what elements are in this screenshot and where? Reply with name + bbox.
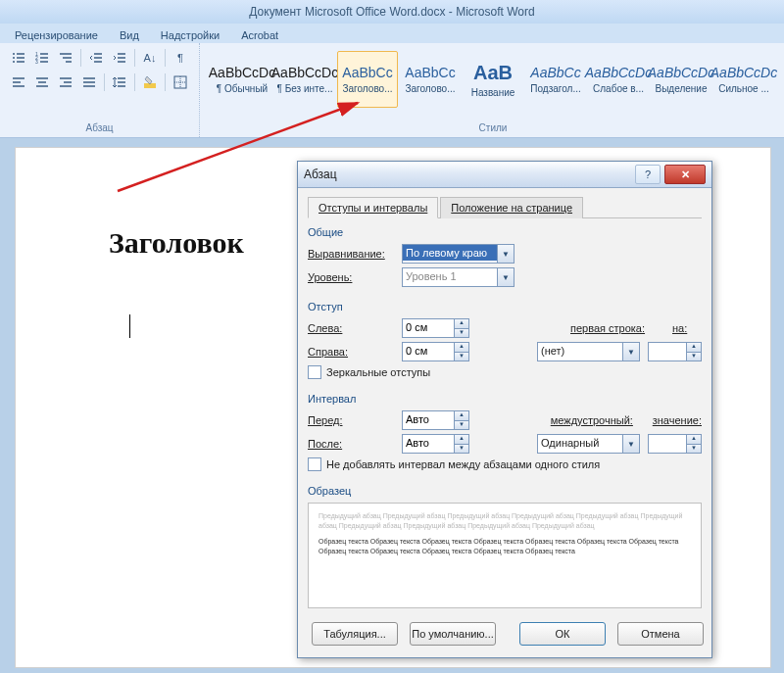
style-preview: AaBbCc — [530, 65, 580, 80]
style-label: Подзагол... — [530, 83, 580, 94]
tab-indents[interactable]: Отступы и интервалы — [308, 197, 438, 218]
style-preview: AaB — [473, 62, 513, 84]
indent-left-spin[interactable]: ▲▼ — [402, 318, 469, 338]
ok-button[interactable]: ОК — [519, 622, 606, 646]
default-button[interactable]: По умолчанию... — [410, 622, 496, 646]
shading-icon[interactable] — [139, 72, 161, 93]
style-item[interactable]: AaBbCcDc¶ Обычный — [212, 51, 272, 108]
bullets-icon[interactable] — [8, 47, 29, 69]
numbering-icon[interactable]: 123 — [31, 47, 53, 69]
value-spin[interactable]: ▲▼ — [648, 434, 702, 454]
ribbon-tab[interactable]: Рецензирование — [15, 27, 98, 43]
preview-box: Предыдущий абзац Предыдущий абзац Предыд… — [308, 503, 702, 608]
level-label: Уровень: — [308, 271, 394, 283]
indent-right-spin[interactable]: ▲▼ — [402, 342, 469, 361]
tab-position[interactable]: Положение на странице — [440, 197, 583, 218]
line-spacing-combo[interactable]: ▼ — [537, 434, 640, 454]
increase-indent-icon[interactable] — [109, 47, 130, 69]
style-item[interactable]: AaBbCcПодзагол... — [525, 51, 586, 108]
multilevel-list-icon[interactable] — [55, 47, 76, 69]
style-item[interactable]: AaBbCcDcСлабое в... — [588, 51, 649, 108]
group-label-styles: Стили — [208, 120, 778, 135]
checkbox-icon — [308, 365, 321, 379]
style-label: Заголово... — [406, 83, 456, 94]
style-label: Сильное ... — [718, 83, 769, 94]
svg-point-0 — [13, 53, 15, 55]
style-item[interactable]: AaBbCcЗаголово... — [400, 51, 461, 108]
decrease-indent-icon[interactable] — [85, 47, 107, 69]
section-sample: Образец — [308, 485, 702, 497]
cancel-button[interactable]: Отмена — [617, 622, 704, 646]
svg-point-2 — [13, 57, 15, 59]
style-preview: AaBbCcDc — [585, 65, 652, 80]
align-left-icon[interactable] — [8, 72, 29, 93]
style-label: ¶ Без инте... — [277, 83, 333, 94]
svg-text:3: 3 — [35, 59, 38, 65]
style-preview: AaBbCc — [405, 65, 455, 80]
level-combo[interactable]: ▼ — [402, 267, 514, 287]
line-spacing-icon[interactable] — [109, 72, 130, 93]
chevron-down-icon[interactable]: ▼ — [622, 435, 639, 453]
indent-on-label: на: — [672, 322, 702, 334]
chevron-down-icon[interactable]: ▼ — [497, 245, 514, 263]
no-add-space-checkbox[interactable]: Не добавлять интервал между абзацами одн… — [308, 457, 702, 471]
align-right-icon[interactable] — [55, 72, 76, 93]
sort-icon[interactable]: A↓ — [139, 47, 161, 69]
show-marks-icon[interactable]: ¶ — [170, 47, 191, 69]
mirror-indents-checkbox[interactable]: Зеркальные отступы — [308, 365, 702, 379]
ribbon: 123 A↓ ¶ — [0, 43, 784, 138]
align-justify-icon[interactable] — [78, 72, 100, 93]
style-preview: AaBbCcDc — [209, 65, 275, 80]
style-item[interactable]: AaBbCcЗаголово... — [337, 51, 398, 108]
dialog-tabs: Отступы и интервалы Положение на страниц… — [308, 196, 702, 218]
align-combo[interactable]: ▼ — [402, 244, 514, 264]
window-title: Документ Microsoft Office Word.docx - Mi… — [0, 5, 784, 19]
indent-left-label: Слева: — [308, 322, 394, 334]
checkbox-icon — [308, 457, 321, 471]
chevron-down-icon[interactable]: ▼ — [497, 268, 514, 286]
align-label: Выравнивание: — [308, 248, 394, 260]
close-button[interactable]: ✕ — [664, 165, 706, 184]
tabs-button[interactable]: Табуляция... — [312, 622, 398, 646]
paragraph-group: 123 A↓ ¶ — [0, 43, 200, 137]
style-item[interactable]: AaBbCcDcСильное ... — [713, 51, 774, 108]
style-label: Слабое в... — [593, 83, 644, 94]
ribbon-tab[interactable]: Надстройки — [161, 27, 220, 43]
section-general: Общие — [308, 226, 702, 238]
section-indent: Отступ — [308, 301, 702, 312]
style-label: Заголово... — [343, 83, 393, 94]
dialog-titlebar[interactable]: Абзац ? ✕ — [298, 162, 711, 188]
indent-right-label: Справа: — [308, 346, 394, 358]
first-line-label: первая строка: — [570, 322, 664, 334]
after-spin[interactable]: ▲▼ — [402, 434, 469, 454]
align-center-icon[interactable] — [31, 72, 53, 93]
paragraph-dialog: Абзац ? ✕ Отступы и интервалы Положение … — [297, 161, 712, 658]
svg-point-4 — [13, 61, 15, 63]
style-item[interactable]: AaBbCcDcВыделение — [651, 51, 711, 108]
style-preview: AaBbCcDc — [271, 65, 338, 80]
style-preview: AaBbCcDc — [710, 65, 777, 80]
section-spacing: Интервал — [308, 393, 702, 405]
ribbon-tab[interactable]: Вид — [120, 27, 139, 43]
first-line-combo[interactable]: ▼ — [537, 342, 640, 361]
ribbon-tabs: Рецензирование Вид Надстройки Acrobat — [0, 24, 784, 43]
before-label: Перед: — [308, 414, 394, 426]
style-label: Выделение — [656, 83, 708, 94]
before-spin[interactable]: ▲▼ — [402, 410, 469, 430]
style-label: Название — [471, 87, 515, 98]
style-preview: AaBbCc — [342, 65, 392, 80]
style-item[interactable]: AaBНазвание — [463, 51, 523, 108]
style-preview: AaBbCcDc — [648, 65, 714, 80]
group-label-paragraph: Абзац — [8, 120, 191, 135]
styles-group: AaBbCcDc¶ ОбычныйAaBbCcDc¶ Без инте...Aa… — [200, 43, 784, 137]
chevron-down-icon[interactable]: ▼ — [622, 343, 639, 361]
after-label: После: — [308, 438, 394, 450]
borders-icon[interactable] — [170, 72, 191, 93]
ribbon-tab[interactable]: Acrobat — [241, 27, 278, 43]
text-cursor — [129, 314, 130, 338]
help-button[interactable]: ? — [635, 165, 661, 184]
window-titlebar: Документ Microsoft Office Word.docx - Mi… — [0, 0, 784, 24]
style-item[interactable]: AaBbCcDc¶ Без инте... — [274, 51, 335, 108]
indent-on-spin[interactable]: ▲▼ — [648, 342, 702, 361]
dialog-title: Абзац — [304, 168, 635, 181]
